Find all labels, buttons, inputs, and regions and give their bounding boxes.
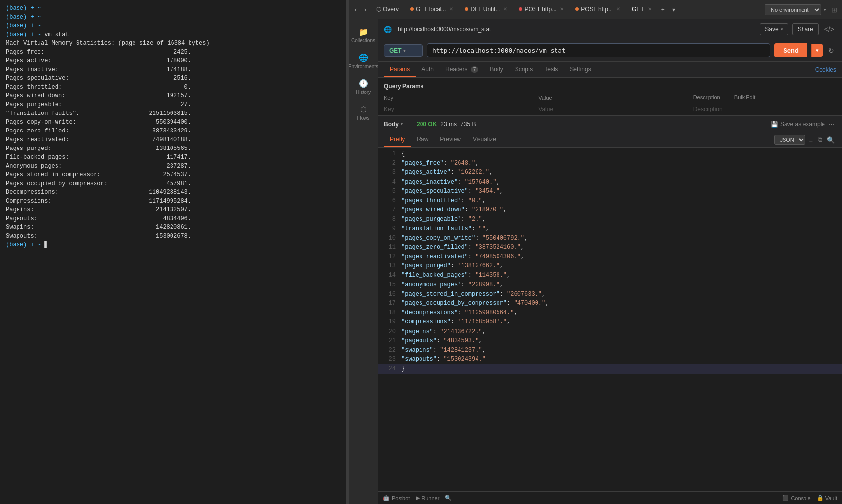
bottom-console[interactable]: ⬛ Console (782, 495, 810, 501)
terminal-stat: Pages active:178000. (6, 56, 191, 65)
code-icon-button[interactable]: </> (823, 23, 836, 35)
sidebar-flows-label: Flows (357, 115, 369, 121)
send-button[interactable]: Send (774, 43, 807, 57)
cookies-link[interactable]: Cookies (815, 62, 836, 77)
three-dots-icon[interactable]: ⋯ (725, 94, 730, 100)
tab-headers[interactable]: Headers 7 (440, 62, 484, 77)
tab-overview[interactable]: ⬡ Overv (371, 0, 403, 19)
new-tab-button[interactable]: + (658, 4, 668, 15)
response-body-bar: Body ▾ 200 OK 23 ms 735 B 💾 Save as exam… (378, 115, 842, 132)
tab-body[interactable]: Body (484, 62, 509, 77)
desc-input[interactable] (693, 106, 836, 112)
terminal-stat: Pages stored in compressor:2574537. (6, 170, 191, 179)
terminal-stat: "Translation faults":21511503815. (6, 109, 191, 118)
json-line: 7 "pages_wired_down": "218970.", (378, 205, 842, 215)
terminal-stat: Pageouts:4834496. (6, 214, 191, 223)
json-select[interactable]: JSON (774, 135, 805, 145)
terminal-line: (base) + ~ vm_stat (6, 30, 340, 39)
save-chevron-icon: ▾ (781, 27, 783, 32)
filter-icon-button[interactable]: ≡ (807, 135, 814, 145)
tab-post2-close-icon[interactable]: ✕ (616, 6, 620, 12)
nav-back-button[interactable]: ‹ (352, 4, 360, 15)
topbar: ‹ › ⬡ Overv GET local... ✕ DEL Untit... … (349, 0, 842, 19)
search-bottom-icon: 🔍 (445, 495, 452, 501)
tab-del-close-icon[interactable]: ✕ (503, 6, 507, 12)
save-button[interactable]: Save ▾ (760, 23, 788, 35)
environment-selector[interactable]: No environment (765, 4, 821, 15)
method-selector[interactable]: GET ▾ (384, 44, 423, 57)
json-line: 13 "pages_purged": "138107662.", (378, 261, 842, 271)
body-right-actions: 💾 Save as example ⋯ (771, 119, 836, 129)
url-input[interactable] (427, 43, 770, 57)
tab-dot-del (465, 7, 468, 11)
status-ok-badge: 200 OK (417, 121, 437, 128)
tab-tests[interactable]: Tests (538, 62, 564, 77)
json-line: 15 "anonymous_pages": "208998.", (378, 280, 842, 290)
tab-scripts[interactable]: Scripts (509, 62, 539, 77)
env-chevron-icon[interactable]: ▾ (824, 7, 826, 12)
send-dropdown-button[interactable]: ▾ (811, 44, 823, 57)
tab-post-http-1[interactable]: POST http... ✕ (514, 0, 569, 19)
json-line: 19 "compressions": "11715850587.", (378, 317, 842, 327)
tab-get-close-icon[interactable]: ✕ (648, 6, 651, 12)
terminal-stat: Pageins:214132507. (6, 205, 191, 214)
tab-params[interactable]: Params (384, 62, 416, 77)
main-area: 📁 Collections 🌐 Environments 🕐 History ⬡… (349, 19, 842, 504)
nav-forward-button[interactable]: › (362, 4, 369, 15)
refresh-button[interactable]: ↻ (826, 45, 836, 56)
tab-close-icon[interactable]: ✕ (449, 6, 453, 12)
bottom-runner[interactable]: ▶ Runner (416, 495, 439, 501)
terminal-stat: Pages purgeable:27. (6, 100, 191, 109)
right-panel: 🌐 http://localhost:3000/macos/vm_stat Sa… (378, 19, 842, 504)
tab-post-http-2[interactable]: POST http... ✕ (571, 0, 625, 19)
terminal-stat: File-backed pages:117417. (6, 153, 191, 162)
body-chevron-icon[interactable]: ▾ (401, 122, 403, 127)
sidebar-environments-label: Environments (349, 64, 378, 69)
tab-get-label: GET (632, 6, 644, 13)
tab-overflow-button[interactable]: ▾ (670, 4, 678, 15)
resp-tab-visualize[interactable]: Visualize (467, 132, 502, 147)
resp-tab-raw[interactable]: Raw (411, 132, 434, 147)
search-icon-button[interactable]: 🔍 (825, 135, 836, 145)
tab-del-untitled[interactable]: DEL Untit... ✕ (460, 0, 512, 19)
json-line: 2 "pages_free": "2648.", (378, 159, 842, 168)
environments-icon: 🌐 (359, 53, 368, 62)
vault-label: Vault (825, 495, 837, 501)
tab-get-local[interactable]: GET local... ✕ (405, 0, 458, 19)
tab-post1-close-icon[interactable]: ✕ (560, 6, 564, 12)
postbot-label: Postbot (392, 495, 410, 501)
tab-settings[interactable]: Settings (564, 62, 596, 77)
bottom-search[interactable]: 🔍 (445, 495, 452, 501)
json-line: 4 "pages_inactive": "157640.", (378, 178, 842, 187)
tab-auth[interactable]: Auth (416, 62, 440, 77)
share-button[interactable]: Share (792, 23, 819, 35)
bulk-edit-link[interactable]: Bulk Edit (734, 94, 755, 100)
bottom-bar: 🤖 Postbot ▶ Runner 🔍 ⬛ Console 🔒 (378, 491, 842, 504)
value-input[interactable] (538, 106, 681, 112)
json-line: 3 "pages_active": "162262.", (378, 168, 842, 177)
tab-get-local-label: GET local... (416, 6, 446, 13)
tab-get-active[interactable]: GET ✕ (627, 0, 656, 19)
response-size: 735 B (460, 121, 476, 128)
sidebar-item-flows[interactable]: ⬡ Flows (351, 101, 376, 125)
terminal-stat: Pages throttled:0. (6, 83, 191, 92)
layout-icon-button[interactable]: ⊞ (829, 4, 839, 16)
json-line: 23 "swapouts": "153024394." (378, 355, 842, 364)
key-input[interactable] (384, 106, 527, 112)
json-line: 20 "pageins": "214136722.", (378, 327, 842, 336)
console-label: Console (791, 495, 810, 501)
sidebar-item-environments[interactable]: 🌐 Environments (351, 49, 376, 73)
terminal-stat: Pages copy-on-write:550394400. (6, 118, 191, 127)
col-key: Key (378, 93, 533, 103)
resp-tab-pretty[interactable]: Pretty (384, 132, 411, 147)
terminal-stat: Swapouts:153002678. (6, 232, 191, 241)
more-options-button[interactable]: ⋯ (827, 119, 836, 129)
save-example-link[interactable]: 💾 Save as example (771, 121, 825, 128)
request-tabs: Params Auth Headers 7 Body Scripts Tests… (378, 62, 842, 78)
bottom-vault[interactable]: 🔒 Vault (817, 495, 837, 501)
copy-icon-button[interactable]: ⧉ (816, 134, 823, 145)
sidebar-item-collections[interactable]: 📁 Collections (351, 23, 376, 47)
resp-tab-preview[interactable]: Preview (434, 132, 467, 147)
sidebar-item-history[interactable]: 🕐 History (351, 75, 376, 99)
bottom-postbot[interactable]: 🤖 Postbot (383, 495, 410, 501)
